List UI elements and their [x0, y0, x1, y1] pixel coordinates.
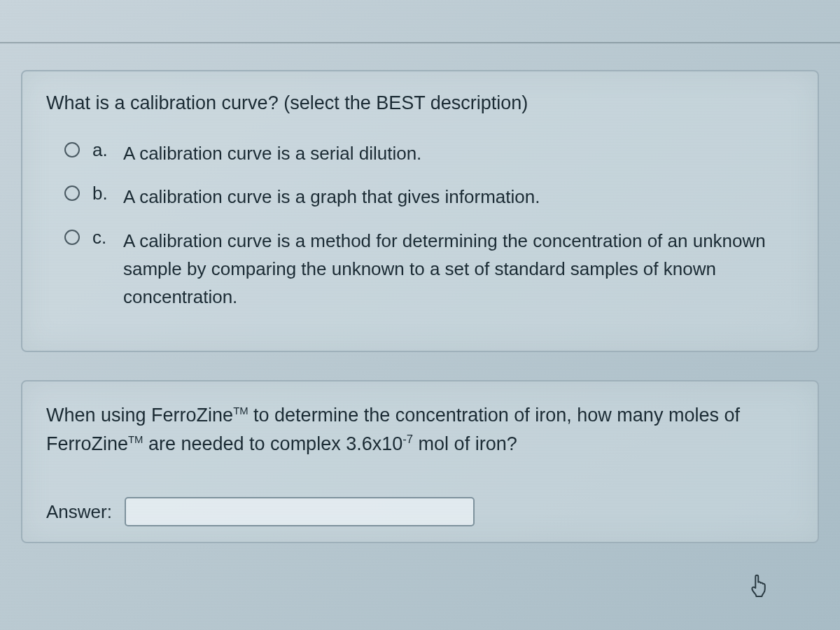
trademark-1: TM [233, 405, 248, 416]
question-card-2: When using FerroZineTM to determine the … [21, 380, 819, 544]
option-letter-c: c. [92, 227, 116, 248]
radio-a[interactable] [64, 142, 80, 158]
option-row-c: c. A calibration curve is a method for d… [64, 227, 794, 312]
option-row-a: a. A calibration curve is a serial dilut… [64, 139, 794, 167]
horizontal-rule [0, 42, 840, 43]
question-card-1: What is a calibration curve? (select the… [21, 70, 819, 352]
q2-seg1: When using FerroZine [46, 405, 233, 426]
q2-seg3: are needed to complex 3.6x10 [143, 433, 402, 454]
option-row-b: b. A calibration curve is a graph that g… [64, 183, 794, 211]
answer-row: Answer: [46, 497, 794, 526]
option-text-b: A calibration curve is a graph that give… [123, 183, 540, 211]
option-text-a: A calibration curve is a serial dilution… [123, 139, 421, 167]
answer-label: Answer: [46, 501, 112, 523]
radio-b[interactable] [64, 186, 80, 201]
option-letter-a: a. [92, 139, 116, 161]
question-2-prompt: When using FerroZineTM to determine the … [46, 401, 794, 460]
exponent: -7 [402, 433, 413, 446]
q2-seg4: mol of iron? [413, 433, 517, 454]
question-1-prompt: What is a calibration curve? (select the… [46, 91, 794, 115]
radio-c[interactable] [64, 230, 80, 245]
answer-input[interactable] [125, 497, 475, 526]
question-1-options: a. A calibration curve is a serial dilut… [46, 139, 794, 311]
option-text-c: A calibration curve is a method for dete… [123, 227, 794, 312]
pointer-cursor-icon [749, 573, 770, 598]
option-letter-b: b. [92, 183, 116, 204]
quiz-screen: What is a calibration curve? (select the… [0, 0, 840, 630]
trademark-2: TM [128, 434, 143, 445]
